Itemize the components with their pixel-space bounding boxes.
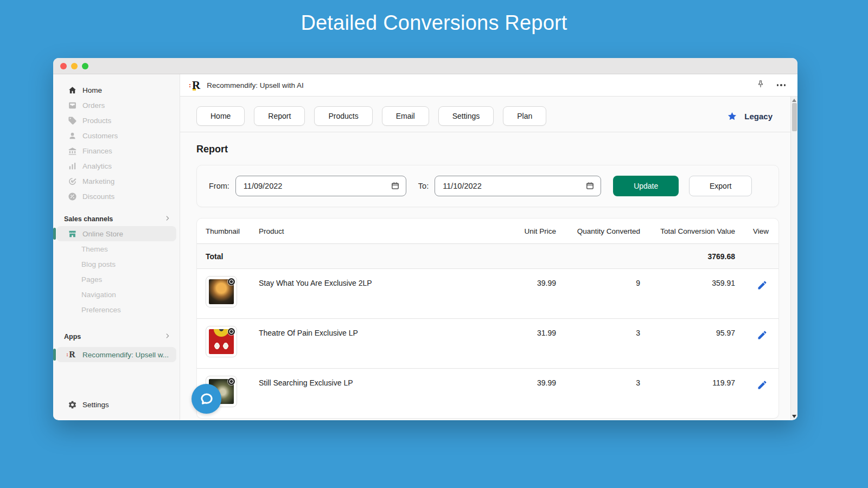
from-date-input[interactable] — [235, 176, 406, 196]
scrollbar-thumb[interactable] — [792, 103, 797, 131]
sidebar-item-online-store[interactable]: Online Store — [56, 226, 176, 241]
sidebar-item-label: Customers — [82, 132, 118, 140]
product-name: Theatre Of Pain Exclusive LP — [259, 326, 486, 337]
tab-report[interactable]: Report — [254, 106, 305, 126]
minimize-window-button[interactable] — [71, 63, 78, 69]
app-content: Home Report Products Email Settings Plan… — [180, 97, 797, 420]
more-options-icon[interactable] — [776, 82, 787, 88]
sidebar-item-label: Discounts — [82, 192, 114, 201]
bank-icon — [67, 146, 77, 156]
sidebar-item-label: Analytics — [82, 162, 112, 170]
sidebar-item-themes[interactable]: Themes — [56, 241, 174, 256]
sidebar-sub-label: Themes — [81, 245, 108, 253]
unit-price: 39.99 — [486, 376, 556, 387]
scroll-down-arrow-icon[interactable] — [792, 415, 796, 418]
chat-bubble-icon — [199, 391, 214, 407]
vertical-scrollbar[interactable] — [790, 97, 797, 420]
sidebar-item-label: Recommendify: Upsell w... — [82, 351, 169, 359]
chat-support-button[interactable] — [192, 384, 221, 414]
edit-button[interactable] — [756, 279, 769, 292]
bar-chart-icon — [67, 161, 77, 171]
app-header: R Recommendify: Upsell with AI — [180, 74, 797, 97]
tab-products[interactable]: Products — [314, 106, 372, 126]
sidebar-sub-label: Navigation — [81, 291, 116, 299]
update-button[interactable]: Update — [613, 176, 679, 196]
apps-header[interactable]: Apps — [53, 330, 180, 344]
app-window: Home Orders Products Customers — [53, 58, 797, 420]
edit-button[interactable] — [756, 378, 769, 391]
sidebar-item-label: Products — [82, 117, 111, 125]
tab-home[interactable]: Home — [196, 106, 245, 126]
date-filter-card: From: To: Update E — [196, 165, 779, 207]
pencil-icon — [757, 330, 768, 341]
maximize-window-button[interactable] — [82, 63, 88, 69]
sidebar-item-customers[interactable]: Customers — [56, 128, 176, 143]
sales-channels-header[interactable]: Sales channels — [53, 212, 180, 226]
sidebar-item-orders[interactable]: Orders — [56, 98, 176, 113]
sidebar-item-discounts[interactable]: Discounts — [56, 189, 176, 204]
target-icon — [67, 176, 77, 186]
calendar-icon[interactable] — [585, 181, 595, 190]
report-heading: Report — [196, 144, 797, 155]
sidebar-item-preferences[interactable]: Preferences — [56, 302, 174, 317]
tag-icon — [67, 115, 77, 125]
total-conversion-value: 359.91 — [640, 276, 735, 287]
star-icon — [727, 111, 737, 121]
active-indicator — [53, 349, 56, 361]
sidebar-sub-label: Pages — [81, 275, 102, 284]
vinyl-badge-icon — [228, 378, 235, 385]
edit-button[interactable] — [756, 329, 769, 342]
divider — [180, 132, 797, 132]
sidebar-item-label: Settings — [82, 401, 109, 409]
scroll-up-arrow-icon[interactable] — [792, 99, 796, 102]
unit-price: 39.99 — [486, 276, 556, 287]
pin-icon[interactable] — [756, 80, 765, 91]
vinyl-badge-icon — [228, 278, 235, 285]
table-total-row: Total 3769.68 — [197, 244, 778, 269]
sidebar-item-navigation[interactable]: Navigation — [56, 287, 174, 302]
logo-letter: R — [69, 350, 75, 359]
total-conversion-value: 119.97 — [640, 376, 735, 387]
col-thumbnail: Thumbnail — [206, 227, 259, 235]
col-unit-price: Unit Price — [486, 227, 556, 235]
col-view: View — [735, 227, 769, 235]
chevron-right-icon — [164, 215, 171, 223]
recommendify-logo-icon: R — [192, 80, 200, 91]
vinyl-badge-icon — [228, 328, 235, 335]
sidebar-item-label: Marketing — [82, 177, 114, 185]
sidebar-item-home[interactable]: Home — [56, 82, 176, 98]
tab-email[interactable]: Email — [382, 106, 429, 126]
tab-plan[interactable]: Plan — [503, 106, 546, 126]
calendar-icon[interactable] — [391, 181, 400, 190]
sidebar-item-pages[interactable]: Pages — [56, 272, 174, 287]
sales-channels-label: Sales channels — [64, 215, 113, 223]
export-button[interactable]: Export — [689, 176, 752, 196]
sidebar-sub-label: Preferences — [81, 306, 121, 314]
home-icon — [67, 85, 77, 95]
sidebar-item-settings[interactable]: Settings — [56, 397, 176, 412]
shopify-sidebar: Home Orders Products Customers — [53, 74, 180, 420]
sidebar-item-recommendify[interactable]: R Recommendify: Upsell w... — [56, 347, 176, 362]
product-thumbnail — [206, 326, 237, 357]
app-title: Recommendify: Upsell with AI — [207, 81, 304, 89]
person-icon — [67, 131, 77, 140]
close-window-button[interactable] — [60, 63, 67, 69]
sidebar-item-marketing[interactable]: Marketing — [56, 174, 176, 189]
tab-settings[interactable]: Settings — [438, 106, 494, 126]
sidebar-item-label: Finances — [82, 147, 112, 155]
sidebar-item-label: Orders — [82, 101, 105, 110]
percent-icon — [67, 191, 77, 201]
sidebar-item-finances[interactable]: Finances — [56, 143, 176, 158]
sidebar-item-products[interactable]: Products — [56, 113, 176, 128]
pencil-icon — [757, 280, 768, 291]
legacy-label: Legacy — [744, 112, 773, 121]
from-date-wrap — [235, 176, 406, 196]
table-row: Still Searching Exclusive LP 39.99 3 119… — [197, 369, 778, 418]
to-date-input[interactable] — [435, 176, 601, 196]
quantity-converted: 3 — [556, 326, 640, 337]
apps-label: Apps — [64, 333, 81, 341]
pencil-icon — [757, 380, 768, 390]
sidebar-item-analytics[interactable]: Analytics — [56, 158, 176, 174]
sidebar-item-label: Home — [82, 86, 102, 94]
sidebar-item-blog-posts[interactable]: Blog posts — [56, 256, 174, 272]
